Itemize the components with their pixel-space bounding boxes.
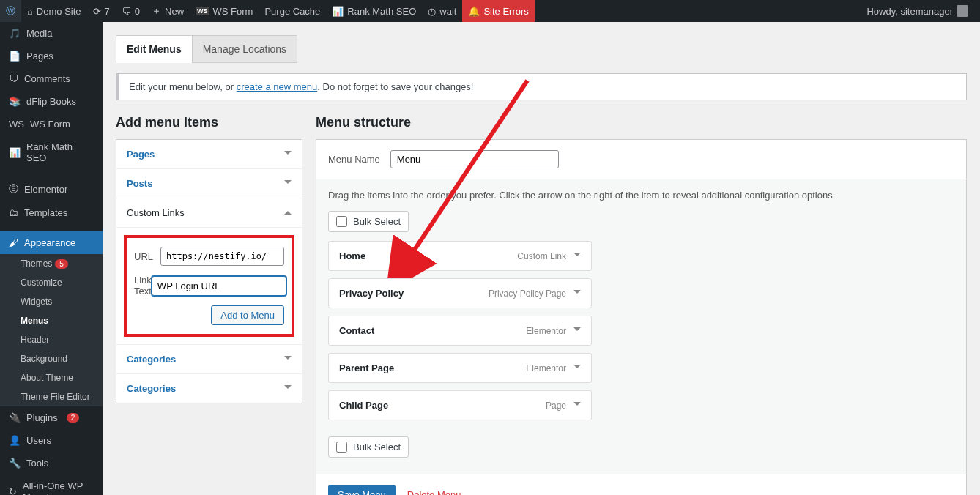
sidebar-item-appearance[interactable]: 🖌Appearance [0, 231, 103, 254]
comments-link[interactable]: 🗨0 [116, 0, 146, 22]
menu-item-contact[interactable]: Contact Elementor [328, 316, 592, 346]
sidebar-item-aiowpm[interactable]: ↻All-in-One WP Migration [0, 474, 103, 495]
sidebar-item-elementor[interactable]: ⒺElementor [0, 176, 103, 201]
menu-panel-header: Menu Name [316, 140, 966, 179]
acc-custom-links[interactable]: Custom Links [116, 198, 302, 227]
custom-text-input[interactable] [152, 276, 286, 296]
menu-panel-footer: Save Menu Delete Menu [316, 474, 966, 495]
refresh-icon: ⟳ [93, 6, 101, 17]
bulk-select-top[interactable]: Bulk Select [328, 211, 409, 232]
chevron-down-icon[interactable] [573, 253, 581, 260]
sub-about-theme[interactable]: About Theme [0, 368, 103, 387]
sidebar-label: Elementor [24, 184, 67, 195]
menu-item-privacy[interactable]: Privacy Policy Privacy Policy Page [328, 278, 592, 308]
updates-link[interactable]: ⟳7 [87, 0, 116, 22]
save-menu-button[interactable]: Save Menu [328, 485, 396, 495]
wait-label: wait [439, 6, 456, 17]
site-errors-label: Site Errors [483, 6, 528, 17]
menu-item-child[interactable]: Child Page Page [328, 390, 592, 420]
menu-item-name: Parent Page [339, 362, 394, 373]
sidebar-item-wsform[interactable]: WSWS Form [0, 113, 103, 135]
howdy-label: Howdy, sitemanager [866, 6, 953, 17]
wsform-link[interactable]: WSWS Form [190, 0, 259, 22]
rankmath-label: Rank Math SEO [347, 6, 416, 17]
sub-menus[interactable]: Menus [0, 311, 103, 330]
sidebar-label: Appearance [24, 237, 75, 248]
chevron-down-icon[interactable] [573, 402, 581, 409]
migrate-icon: ↻ [9, 486, 17, 496]
chevron-down-icon[interactable] [573, 327, 581, 335]
bulk-checkbox[interactable] [336, 216, 347, 227]
bulk-label: Bulk Select [353, 216, 401, 227]
sidebar-item-plugins[interactable]: 🔌Plugins2 [0, 406, 103, 429]
menu-item-name: Child Page [339, 400, 388, 411]
drag-hint: Drag the items into the order you prefer… [328, 190, 954, 201]
menu-item-type: Privacy Policy Page [489, 289, 566, 299]
brush-icon: 🖌 [9, 237, 18, 248]
menu-item-home[interactable]: Home Custom Link [328, 241, 592, 271]
sidebar-item-templates[interactable]: 🗂Templates [0, 201, 103, 224]
sidebar-item-comments[interactable]: 🗨Comments [0, 67, 103, 90]
wsform-label: WS Form [213, 6, 253, 17]
home-icon: ⌂ [27, 6, 33, 17]
edit-notice: Edit your menu below, or create a new me… [116, 73, 967, 100]
sidebar-item-media[interactable]: 🎵Media [0, 22, 103, 45]
acc-categories-1[interactable]: Categories [116, 344, 302, 373]
highlight-box: URL Link Text Add to Menu [124, 235, 294, 337]
page-icon: 📄 [9, 51, 21, 62]
chevron-down-icon [284, 385, 292, 392]
sub-customize[interactable]: Customize [0, 273, 103, 292]
tab-manage-locations[interactable]: Manage Locations [192, 35, 297, 63]
add-to-menu-button[interactable]: Add to Menu [211, 305, 284, 325]
menu-name-input[interactable] [390, 150, 559, 168]
template-icon: 🗂 [9, 207, 18, 218]
acc-categories-2[interactable]: Categories [116, 373, 302, 403]
chevron-down-icon[interactable] [573, 365, 581, 372]
acc-label: Categories [127, 354, 176, 365]
site-link[interactable]: ⌂Demo Site [21, 0, 87, 22]
sidebar-label: Comments [24, 73, 70, 84]
sidebar-item-tools[interactable]: 🔧Tools [0, 452, 103, 474]
wait-link[interactable]: ◷wait [422, 0, 462, 22]
sidebar-label: WS Form [30, 119, 70, 130]
admin-bar: ⓦ ⌂Demo Site ⟳7 🗨0 ＋New WSWS Form Purge … [0, 0, 980, 22]
badge-count: 5 [55, 259, 68, 269]
menu-item-parent[interactable]: Parent Page Elementor [328, 353, 592, 383]
new-link[interactable]: ＋New [146, 0, 190, 22]
create-menu-link[interactable]: create a new menu [237, 81, 318, 92]
sub-background[interactable]: Background [0, 349, 103, 368]
sidebar-item-users[interactable]: 👤Users [0, 429, 103, 452]
sub-theme-editor[interactable]: Theme File Editor [0, 387, 103, 406]
sub-widgets[interactable]: Widgets [0, 292, 103, 311]
comment-icon: 🗨 [122, 6, 131, 17]
chevron-down-icon[interactable] [573, 290, 581, 297]
custom-url-input[interactable] [160, 247, 284, 266]
sidebar-item-dflip[interactable]: 📚dFlip Books [0, 90, 103, 113]
bulk-select-bottom[interactable]: Bulk Select [328, 436, 409, 458]
tab-edit-menus[interactable]: Edit Menus [116, 35, 193, 63]
bulk-checkbox[interactable] [336, 442, 347, 453]
sidebar-item-pages[interactable]: 📄Pages [0, 45, 103, 67]
sub-themes[interactable]: Themes5 [0, 254, 103, 273]
menu-structure-title: Menu structure [316, 115, 967, 130]
add-items-title: Add menu items [116, 115, 302, 130]
acc-pages[interactable]: Pages [116, 140, 302, 168]
purge-cache-link[interactable]: Purge Cache [259, 0, 326, 22]
delete-menu-link[interactable]: Delete Menu [407, 489, 461, 495]
comment-icon: 🗨 [9, 73, 18, 84]
menu-item-name: Home [339, 250, 365, 261]
chart-icon: 📊 [9, 147, 21, 158]
howdy-link[interactable]: Howdy, sitemanager [861, 0, 974, 22]
wp-logo[interactable]: ⓦ [0, 0, 21, 22]
sidebar-label: Templates [24, 207, 67, 218]
rankmath-link[interactable]: 📊Rank Math SEO [326, 0, 422, 22]
chart-icon: 📊 [332, 6, 344, 17]
sub-header[interactable]: Header [0, 330, 103, 349]
acc-posts[interactable]: Posts [116, 168, 302, 198]
sidebar-item-rankmath[interactable]: 📊Rank Math SEO [0, 135, 103, 169]
chevron-up-icon [284, 207, 292, 215]
menu-tabs: Edit Menus Manage Locations [116, 35, 967, 63]
notice-post: . Do not forget to save your changes! [317, 81, 473, 92]
site-errors-link[interactable]: 🔔Site Errors [462, 0, 534, 22]
admin-sidebar: 🎵Media 📄Pages 🗨Comments 📚dFlip Books WSW… [0, 22, 103, 495]
